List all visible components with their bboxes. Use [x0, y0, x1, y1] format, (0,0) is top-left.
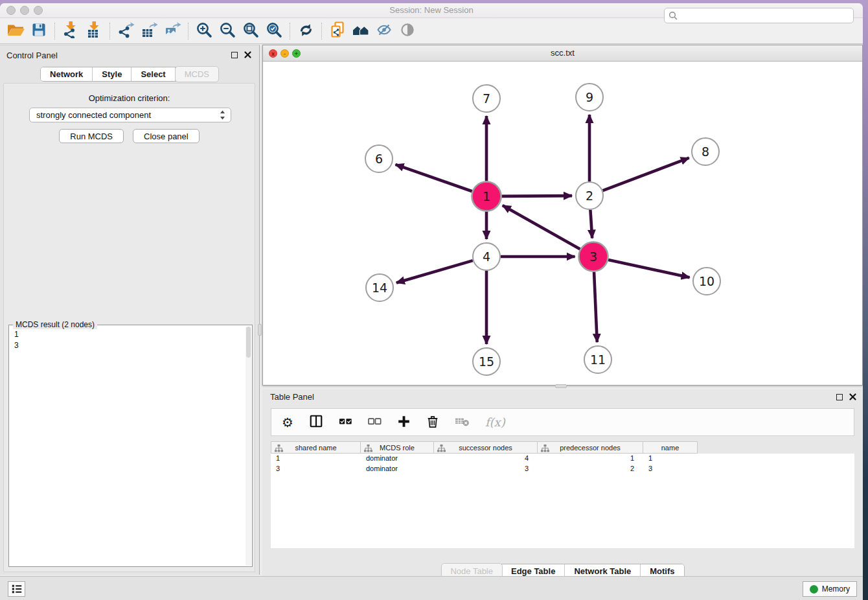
- column-header-name[interactable]: name: [643, 441, 698, 454]
- table-settings-button[interactable]: ⚙: [282, 416, 293, 429]
- graph-node-label: 15: [479, 354, 494, 369]
- edge-2-8[interactable]: [603, 158, 689, 191]
- mcds-result-box: MCDS result (2 nodes) 13: [8, 325, 253, 567]
- import-network-button[interactable]: [59, 20, 82, 42]
- table-body[interactable]: 1dominator4113dominator323: [271, 454, 854, 548]
- table-cell[interactable]: 3: [434, 464, 538, 474]
- close-panel-button[interactable]: Close panel: [133, 129, 200, 143]
- table-cell[interactable]: 2: [538, 464, 643, 474]
- apply-layout-icon: [298, 22, 314, 40]
- zoom-out-button[interactable]: [216, 20, 239, 42]
- control-panel-tabs: NetworkStyleSelectMCDS: [40, 67, 219, 82]
- column-label: name: [661, 444, 680, 452]
- table-cell[interactable]: 1: [271, 454, 361, 464]
- search-input[interactable]: [678, 9, 853, 22]
- add-row-icon: [397, 415, 411, 430]
- graph-node-label: 1: [483, 189, 490, 203]
- network-graph-canvas[interactable]: 7968124314101511: [263, 62, 862, 385]
- panel-divider-vertical-grip[interactable]: [258, 324, 262, 336]
- edge-4-14[interactable]: [396, 260, 473, 283]
- edge-3-10[interactable]: [608, 260, 690, 277]
- show-columns-button[interactable]: [309, 414, 323, 430]
- criterion-select[interactable]: strongly connected component: [29, 108, 231, 122]
- memory-button[interactable]: Memory: [803, 581, 857, 597]
- mcds-result-text[interactable]: 13: [9, 327, 246, 566]
- table-row[interactable]: 3dominator323: [271, 464, 854, 474]
- tab-style[interactable]: Style: [93, 67, 131, 81]
- table-cell[interactable]: dominator: [361, 454, 434, 464]
- task-history-button[interactable]: [8, 581, 25, 597]
- table-cell[interactable]: 3: [271, 464, 361, 474]
- export-network-button[interactable]: [114, 20, 137, 42]
- zoom-in-button[interactable]: [192, 20, 216, 42]
- run-mcds-button[interactable]: Run MCDS: [59, 129, 124, 143]
- close-table-panel-icon[interactable]: [849, 393, 856, 400]
- memory-status-icon: [810, 585, 818, 594]
- result-scrollbar[interactable]: [246, 327, 251, 566]
- network-title: scc.txt: [263, 48, 862, 58]
- panel-divider-horizontal-grip[interactable]: [555, 384, 567, 388]
- add-row-button[interactable]: [397, 415, 411, 430]
- open-session-button[interactable]: [4, 20, 27, 42]
- export-network-icon: [117, 22, 135, 40]
- function-builder-icon: f(x): [485, 415, 505, 429]
- search-icon: [668, 11, 678, 21]
- zoom-fit-button[interactable]: [239, 20, 262, 42]
- tab-select[interactable]: Select: [131, 67, 175, 81]
- optimization-criterion-label: Optimization criterion:: [4, 93, 255, 103]
- graph-node-label: 14: [372, 281, 387, 295]
- deselect-all-button[interactable]: [368, 415, 382, 429]
- new-network-from-selection-button[interactable]: [326, 20, 349, 42]
- result-line: 3: [14, 340, 240, 351]
- edge-1-6[interactable]: [395, 165, 472, 191]
- zoom-out-icon: [219, 21, 236, 41]
- edge-1-2[interactable]: [501, 196, 572, 196]
- app-window: Session: New Session Control Panel Netwo…: [0, 3, 863, 600]
- import-table-icon: [86, 21, 102, 40]
- table-row[interactable]: 1dominator411: [271, 454, 854, 464]
- import-table-button[interactable]: [82, 20, 106, 42]
- column-header-shared-name[interactable]: shared name: [271, 441, 361, 454]
- hide-selected-icon: [376, 22, 393, 40]
- table-cell[interactable]: dominator: [361, 464, 434, 474]
- column-header-predecessor-nodes[interactable]: predecessor nodes: [538, 441, 643, 454]
- save-session-button[interactable]: [27, 20, 51, 42]
- column-label: successor nodes: [459, 444, 512, 452]
- result-line: 1: [14, 329, 240, 340]
- tab-network[interactable]: Network: [41, 67, 93, 81]
- show-columns-icon: [309, 414, 323, 430]
- apply-layout-button[interactable]: [294, 20, 317, 42]
- tab-mcds[interactable]: MCDS: [175, 66, 219, 82]
- close-panel-icon[interactable]: [244, 51, 251, 58]
- export-table-icon: [141, 22, 158, 40]
- table-cell[interactable]: 1: [538, 454, 643, 464]
- edge-3-11[interactable]: [594, 271, 597, 342]
- column-label: shared name: [295, 444, 336, 452]
- table-header-row: shared nameMCDS rolesuccessor nodesprede…: [271, 441, 698, 454]
- column-header-MCDS-role[interactable]: MCDS role: [361, 441, 434, 454]
- hide-selected-button[interactable]: [372, 20, 396, 42]
- column-label: MCDS role: [380, 444, 415, 452]
- zoom-selected-button[interactable]: [262, 20, 286, 42]
- table-panel: Table Panel ⚙f(x) shared nameMCDS rolesu…: [262, 389, 863, 577]
- search-field[interactable]: [664, 8, 854, 23]
- graph-node-label: 9: [586, 90, 593, 104]
- show-all-icon: [399, 22, 416, 40]
- column-header-successor-nodes[interactable]: successor nodes: [434, 441, 538, 454]
- export-table-button[interactable]: [137, 20, 161, 42]
- table-cell[interactable]: 1: [643, 454, 698, 464]
- select-all-button[interactable]: [339, 415, 352, 429]
- export-image-button[interactable]: [161, 20, 184, 42]
- table-cell[interactable]: 4: [434, 454, 538, 464]
- delete-row-button[interactable]: [426, 414, 439, 430]
- edge-2-3[interactable]: [590, 210, 592, 238]
- first-neighbors-button[interactable]: [349, 20, 372, 42]
- edge-3-1[interactable]: [503, 205, 580, 249]
- table-cell[interactable]: 3: [643, 464, 698, 474]
- float-table-panel-icon[interactable]: [836, 394, 843, 400]
- network-window-titlebar[interactable]: x - + scc.txt: [263, 45, 862, 62]
- float-panel-icon[interactable]: [231, 52, 238, 58]
- zoom-selected-icon: [266, 21, 283, 41]
- deselect-all-icon: [368, 415, 382, 429]
- select-all-icon: [339, 415, 352, 429]
